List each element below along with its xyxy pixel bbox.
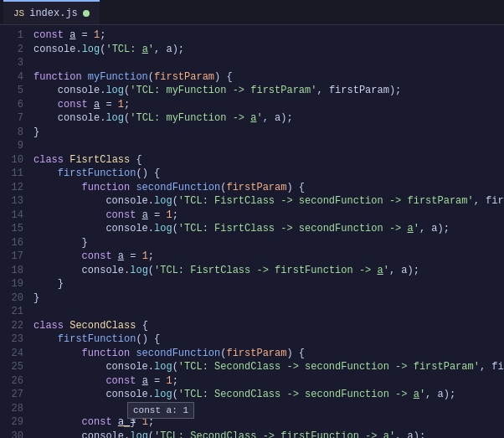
code-line: function secondFunction(firstParam) { [33, 181, 501, 195]
code-line [33, 305, 501, 319]
tab-modified-dot [83, 10, 90, 17]
active-tab[interactable]: JS index.js [3, 0, 100, 24]
code-line: console.log('TCL: SecondClass -> secondF… [33, 388, 501, 402]
code-content[interactable]: const a = 1; console.log('TCL: a', a); f… [30, 25, 504, 438]
code-line: console.log('TCL: FisrtClass -> secondFu… [33, 222, 501, 236]
tab-filename: index.js [29, 8, 78, 19]
code-line: } [33, 236, 501, 250]
code-line: class FisrtClass { [33, 153, 501, 167]
code-line: function myFunction(firstParam) { [33, 70, 501, 85]
code-line: firstFunction() { [33, 332, 501, 347]
code-line: } [33, 277, 501, 291]
code-line: const a = 1; [33, 28, 501, 43]
code-line: console.log('TCL: FisrtClass -> secondFu… [33, 194, 501, 209]
code-line: const a = 1; [33, 374, 501, 389]
code-line: console.log('TCL: myFunction -> firstPar… [33, 84, 501, 98]
code-line: function secondFunction(firstParam) { [33, 347, 501, 361]
code-line: console.log('TCL: myFunction -> a', a); [33, 111, 501, 126]
code-line: class SecondClass { [33, 319, 501, 333]
code-line [33, 56, 501, 70]
editor-container: JS index.js 12345 678910 1112131415 1617… [0, 0, 504, 438]
code-line: firstFunction() { [33, 167, 501, 181]
code-line: const a̲= 1; [33, 415, 501, 430]
code-line: const a = 1; [33, 98, 501, 112]
code-line: console.log('TCL: FisrtClass -> firstFun… [33, 264, 501, 278]
code-area: 12345 678910 1112131415 1617181920 21222… [0, 25, 504, 438]
line-numbers: 12345 678910 1112131415 1617181920 21222… [0, 25, 30, 438]
code-line: console.log('TCL: SecondClass -> firstFu… [33, 430, 501, 439]
code-line: } [33, 291, 501, 306]
js-file-icon: JS [13, 8, 24, 18]
code-line: } const a: 1 [33, 402, 501, 416]
code-line: console.log('TCL: SecondClass -> secondF… [33, 360, 501, 374]
code-line: const a = 1; [33, 250, 501, 264]
code-line: } [33, 126, 501, 140]
hover-tooltip: const a: 1 [127, 402, 194, 420]
code-line: console.log('TCL: a', a); [33, 43, 501, 57]
tab-bar: JS index.js [0, 0, 504, 25]
code-line: const a = 1; [33, 209, 501, 223]
code-line [33, 139, 501, 153]
